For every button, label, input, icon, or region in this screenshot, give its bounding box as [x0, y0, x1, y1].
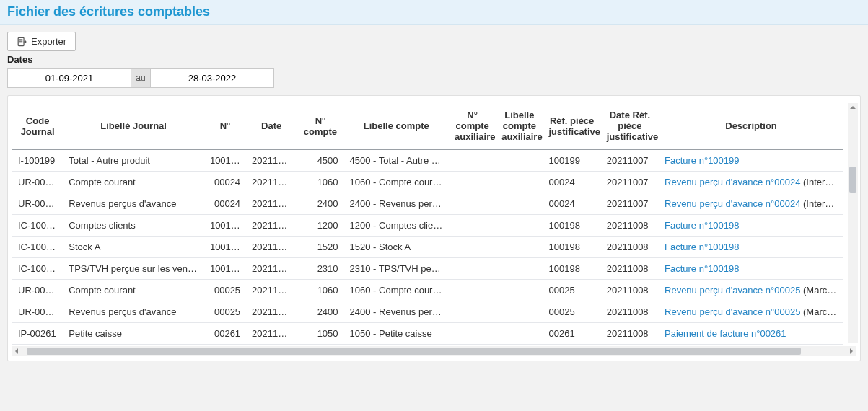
description-link[interactable]: Revenu perçu d'avance n°00024	[665, 177, 800, 187]
table-cell: UR-00024	[12, 172, 63, 193]
col-header-libelle-compte-aux[interactable]: Libelle compte auxiliaire	[496, 103, 543, 149]
horizontal-scrollbar[interactable]	[12, 346, 856, 356]
hscroll-thumb[interactable]	[27, 348, 801, 355]
description-suffix: (Marc Yvan)	[800, 285, 843, 296]
description-cell: Revenu perçu d'avance n°00025 (Marc Yvan…	[659, 301, 843, 323]
table-row[interactable]: IP-00261Petite caisse0026120211008105010…	[12, 323, 843, 345]
col-header-num[interactable]: N°	[204, 103, 246, 149]
table-cell	[449, 149, 496, 172]
table-cell: 00024	[543, 193, 600, 215]
table-row[interactable]: UR-00024Revenus perçus d'avance000242021…	[12, 193, 843, 215]
table-cell: 00025	[543, 301, 600, 323]
table-cell: Compte courant	[63, 172, 204, 193]
table-row[interactable]: UR-00025Compte courant000252021100810601…	[12, 280, 843, 301]
table-row[interactable]: UR-00025Revenus perçus d'avance000252021…	[12, 301, 843, 323]
col-header-libelle-compte[interactable]: Libelle compte	[344, 103, 450, 149]
table-row[interactable]: IC-100198Comptes clients1001982021100812…	[12, 215, 843, 237]
table-cell: 20211007	[601, 172, 659, 193]
description-cell: Facture n°100198	[659, 237, 843, 258]
table-cell: 20211008	[601, 215, 659, 237]
svg-rect-0	[18, 37, 24, 45]
table-cell: 20211008	[601, 258, 659, 280]
table-cell: 1060 - Compte courant	[344, 172, 450, 193]
table-cell: Revenus perçus d'avance	[63, 301, 204, 323]
table-cell: 100199	[204, 149, 246, 172]
table-cell: 100198	[204, 237, 246, 258]
table-row[interactable]: UR-00024Compte courant000242021100710601…	[12, 172, 843, 193]
table-cell: 00261	[543, 323, 600, 345]
table-cell: 100198	[543, 258, 600, 280]
col-header-libelle-journal[interactable]: Libellé Journal	[63, 103, 204, 149]
table-cell	[496, 237, 543, 258]
table-cell: UR-00025	[12, 301, 63, 323]
export-icon	[17, 37, 27, 47]
table-cell: IC-100198	[12, 215, 63, 237]
table-cell	[496, 193, 543, 215]
description-cell: Facture n°100198	[659, 258, 843, 280]
table-cell: 00024	[204, 172, 246, 193]
col-header-description[interactable]: Description	[659, 103, 843, 149]
table-cell: 20211007	[246, 193, 297, 215]
table-cell	[496, 149, 543, 172]
description-link[interactable]: Facture n°100198	[665, 220, 740, 231]
table-cell: IC-100198	[12, 237, 63, 258]
table-cell: 1060	[297, 172, 343, 193]
table-cell: 100198	[204, 215, 246, 237]
description-cell: Revenu perçu d'avance n°00025 (Marc Yvan…	[659, 280, 843, 301]
table-cell	[449, 215, 496, 237]
description-link[interactable]: Facture n°100198	[665, 263, 740, 274]
table-cell	[449, 323, 496, 345]
table-cell: 2400	[297, 193, 343, 215]
table-cell: 2400	[297, 301, 343, 323]
table-cell: 20211007	[246, 172, 297, 193]
table-cell: 2400 - Revenus perçus…	[344, 301, 450, 323]
table-cell: 1520 - Stock A	[344, 237, 450, 258]
description-link[interactable]: Revenu perçu d'avance n°00024	[665, 198, 800, 209]
hscroll-track[interactable]	[22, 346, 846, 356]
date-to-input[interactable]	[151, 68, 273, 87]
description-link[interactable]: Paiement de facture n°00261	[665, 328, 786, 339]
description-cell: Facture n°100199	[659, 149, 843, 172]
table-cell: UR-00025	[12, 280, 63, 301]
col-header-num-compte[interactable]: N° compte	[297, 103, 343, 149]
table-row[interactable]: IC-100198Stock A1001982021100815201520 -…	[12, 237, 843, 258]
table-cell	[449, 193, 496, 215]
table-cell: 20211008	[246, 301, 297, 323]
vscroll-track[interactable]	[848, 113, 858, 333]
table-cell: I-100199	[12, 149, 63, 172]
date-from-input[interactable]	[8, 68, 131, 87]
date-separator: au	[131, 68, 151, 87]
vertical-scrollbar[interactable]	[848, 103, 858, 343]
description-link[interactable]: Revenu perçu d'avance n°00025	[665, 306, 800, 317]
table-cell	[449, 301, 496, 323]
export-button[interactable]: Exporter	[7, 32, 76, 51]
table-cell: 100198	[543, 237, 600, 258]
table-cell: 00025	[204, 301, 246, 323]
table-cell: 20211008	[601, 301, 659, 323]
table-cell: 2310	[297, 258, 343, 280]
table-cell: 20211008	[246, 323, 297, 345]
col-header-code-journal[interactable]: Code Journal	[12, 103, 63, 149]
description-link[interactable]: Revenu perçu d'avance n°00025	[665, 285, 800, 296]
table-cell	[449, 237, 496, 258]
table-row[interactable]: I-100199Total - Autre produit10019920211…	[12, 149, 843, 172]
col-header-ref-piece[interactable]: Réf. pièce justificative	[543, 103, 600, 149]
description-link[interactable]: Facture n°100198	[665, 242, 740, 252]
table-row[interactable]: IC-100198TPS/TVH perçue sur les ventes10…	[12, 258, 843, 280]
col-header-date-ref-piece[interactable]: Date Réf. pièce justificative	[601, 103, 659, 149]
scroll-left-icon[interactable]	[12, 346, 22, 356]
table-cell: 20211007	[601, 193, 659, 215]
table-cell: Compte courant	[63, 280, 204, 301]
table-cell: 4500	[297, 149, 343, 172]
scroll-up-icon[interactable]	[848, 103, 858, 113]
data-table: Code Journal Libellé Journal N° Date N° …	[12, 103, 843, 345]
vscroll-thumb[interactable]	[849, 167, 856, 193]
grid-scroll[interactable]: Code Journal Libellé Journal N° Date N° …	[12, 103, 856, 345]
col-header-num-compte-aux[interactable]: N° compte auxiliaire	[449, 103, 496, 149]
table-cell: Petite caisse	[63, 323, 204, 345]
table-cell	[496, 280, 543, 301]
scroll-right-icon[interactable]	[846, 346, 856, 356]
description-link[interactable]: Facture n°100199	[665, 155, 740, 166]
col-header-date[interactable]: Date	[246, 103, 297, 149]
table-cell: Total - Autre produit	[63, 149, 204, 172]
